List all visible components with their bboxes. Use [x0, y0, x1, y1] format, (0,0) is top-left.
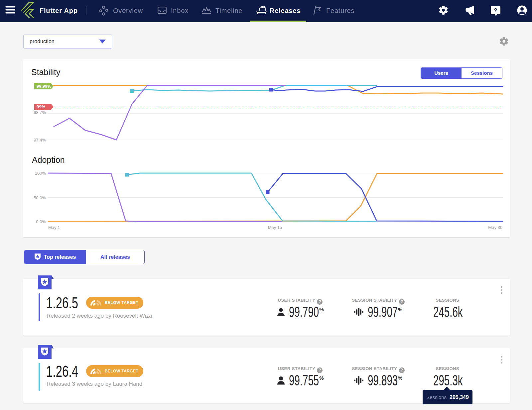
svg-text:?: ? — [494, 7, 497, 14]
